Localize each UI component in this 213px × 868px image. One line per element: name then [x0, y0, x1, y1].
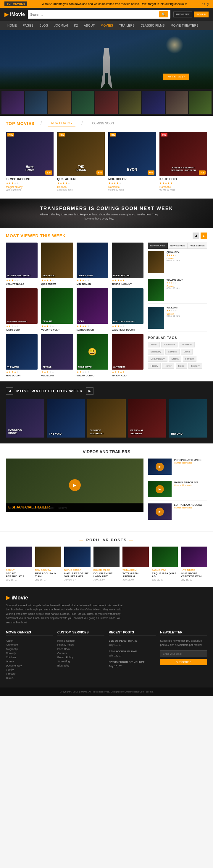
tag-mystery[interactable]: Mystery: [188, 363, 202, 369]
footer-link-return[interactable]: Return Policy: [57, 655, 104, 659]
tag-fantasy[interactable]: Fantasy: [183, 356, 196, 362]
register-button[interactable]: REGISTER: [174, 11, 192, 18]
tag-drama[interactable]: Drama: [169, 356, 181, 362]
tab-new-movies[interactable]: NEW MOVIES: [148, 243, 168, 249]
tab-now-playing[interactable]: NOW PLAYING: [48, 120, 75, 126]
strip-item-7[interactable]: [142, 91, 164, 114]
tab-full-series[interactable]: FULL SERIES: [187, 243, 207, 249]
movie-card-1[interactable]: PRE HarryPotter 5.5 TEMPO INCOUNT ★★★★★ …: [6, 132, 54, 193]
tag-biography[interactable]: Biography: [148, 349, 164, 354]
viewed-card-12[interactable]: OUTRIDERS ★★★★★ MAJOR ALIO: [112, 334, 143, 377]
footer-link-help[interactable]: Help & Contact: [57, 639, 104, 643]
strip-item-2[interactable]: [25, 91, 47, 114]
tab-coming-soon[interactable]: COMING SOON: [88, 121, 117, 126]
video-main-thumb[interactable]: The Shack (2017) Movie Official Trailer …: [6, 459, 143, 512]
tag-horror[interactable]: Horror: [162, 363, 174, 369]
watched-item-2[interactable]: THE VOID: [47, 399, 85, 438]
movie-card-2[interactable]: PRE THESHACK 5.8 QUIS AUTEM ★★★★★ Cartoo…: [57, 132, 105, 193]
nav-trailers[interactable]: TRAILERS: [116, 21, 138, 30]
footer-link-fantasy[interactable]: Fantasy: [6, 672, 53, 676]
viewed-card-9[interactable]: THE WITCH ★★★★★ MOE DOLOR: [6, 334, 37, 377]
pp-item-4[interactable]: DOLOR ENISIE DOLOR ENISIE LADD ARIT July…: [94, 547, 120, 581]
tag-music[interactable]: Music: [176, 363, 187, 369]
tag-documentary[interactable]: Documentary: [148, 356, 167, 362]
vid-thumb-3[interactable]: ▶: [148, 503, 171, 520]
social-facebook[interactable]: f: [202, 2, 203, 6]
strip-item-6[interactable]: [118, 91, 141, 114]
footer-link-feedback[interactable]: Feed Back: [57, 647, 104, 651]
subscribe-button[interactable]: SUBSCRIBE: [160, 659, 207, 665]
viewed-card-5[interactable]: PERSONAL SHOPPER ★★★★★ IUSTO ODIO: [6, 288, 37, 331]
search-button[interactable]: 🔍: [159, 11, 168, 18]
watched-item-4[interactable]: PERSONALSHOPPER: [128, 399, 166, 438]
nav-next[interactable]: ▶: [201, 232, 207, 239]
tab-new-series[interactable]: NEW SERIES: [168, 243, 188, 249]
watched-item-3[interactable]: BUS RIDEMAL HEART: [87, 399, 126, 438]
footer-link-biography[interactable]: Biography: [6, 647, 53, 651]
strip-item-9[interactable]: [189, 91, 212, 114]
tag-action[interactable]: Action: [148, 342, 160, 347]
pp-item-2[interactable]: REM ACCUSA REM ACCUSA IN TIAM July 16, 0…: [35, 547, 61, 581]
viewed-card-4[interactable]: HARRY POTTER ★★★★★ TEMPO INCOUNT: [112, 243, 143, 285]
footer-link-circus[interactable]: Circus: [6, 676, 53, 680]
footer-link-children[interactable]: Children: [6, 655, 53, 659]
play-button[interactable]: ▶: [69, 479, 81, 491]
social-twitter[interactable]: t: [205, 2, 205, 6]
nav-movies[interactable]: MOVIES: [98, 21, 116, 30]
viewed-card-1[interactable]: BUSTER'S MAL HEART ★★★★★ VOLUPT NULLA: [6, 243, 37, 285]
nav-joomla[interactable]: JOOMLA!: [51, 21, 71, 30]
movie-card-4[interactable]: PRE KRISTEN STEWARTPERSONAL SHOPPER 7.2 …: [159, 132, 207, 193]
footer-post-link-1[interactable]: SED UT PERSPICIATIS: [109, 639, 156, 643]
strip-item-3[interactable]: [48, 91, 71, 114]
strip-item-8[interactable]: [166, 91, 188, 114]
viewed-card-2[interactable]: THE SHACK ★★★★★ QUIS AUTEM: [41, 243, 73, 285]
pp-item-5[interactable]: TOTAM REM TOTAM REM APERIAM July 16, 07: [123, 547, 149, 581]
nav-blog[interactable]: BLOG: [36, 21, 51, 30]
footer-link-family[interactable]: Family: [6, 668, 53, 672]
vid-play-1[interactable]: ▶: [156, 463, 164, 471]
viewed-card-8[interactable]: BEAUTY AND THE BEAST ★★★★★ LABORE ET DOL…: [112, 288, 143, 331]
nav-theaters[interactable]: MOVIE THEATERS: [168, 21, 202, 30]
search-input[interactable]: [30, 13, 159, 16]
watched-item-1[interactable]: HACKSAWRIDGE: [6, 399, 44, 438]
footer-post-link-3[interactable]: NATUS ERROR SIT VOLUPT: [109, 660, 156, 664]
pp-item-1[interactable]: SED UT SED UT PERSPICIATIS July 16, 07: [6, 547, 32, 581]
vid-play-2[interactable]: ▶: [156, 485, 164, 493]
pp-item-7[interactable]: INVE NTORE INVE NTORE VERITATIS ETIM Jul…: [181, 547, 207, 581]
footer-link-adventure[interactable]: Adventure: [6, 643, 53, 647]
footer-link-bio[interactable]: Biography: [57, 663, 104, 668]
footer-link-careers[interactable]: Careers: [57, 651, 104, 655]
nav-k2[interactable]: K2: [71, 21, 81, 30]
watched-prev[interactable]: ◀: [6, 387, 13, 395]
side-movie-2[interactable]: VOLUPTE VELIT ★★★★★ Cartoon 02 hrs 20 mi…: [148, 279, 207, 304]
pp-item-6[interactable]: EAQUE IPSA EAQUE IPSA QUAE AB July 16, 0…: [152, 547, 178, 581]
pp-item-3[interactable]: NATUS ERROR NATUS ERROR SIT VOLUPT AMET …: [64, 547, 90, 581]
nav-about[interactable]: ABOUT: [81, 21, 98, 30]
strip-item-1[interactable]: [1, 91, 24, 114]
newsletter-email-input[interactable]: [160, 650, 207, 657]
tag-animation[interactable]: Animation: [179, 342, 195, 347]
nav-classic[interactable]: CLASSIC FILMS: [138, 21, 168, 30]
nav-home[interactable]: HOME: [4, 21, 20, 30]
tag-comedy[interactable]: Comedy: [165, 349, 180, 354]
viewed-card-7[interactable]: GOLD ★★★★★ NATRUM DVER: [77, 288, 108, 331]
strip-item-4[interactable]: [72, 91, 95, 114]
vid-play-3[interactable]: ▶: [156, 507, 164, 516]
strip-item-5[interactable]: [95, 91, 118, 114]
footer-post-link-2[interactable]: REM ACCUSA IN TIAM: [109, 649, 156, 653]
vid-thumb-1[interactable]: ▶: [148, 459, 171, 475]
side-movie-1[interactable]: QUIS AUTEM ★★★★★ Cartoon 02 hrs 20 mins: [148, 251, 207, 276]
viewed-card-11[interactable]: 😀 EMOJI MOVIE ★★★★★ VOLAM CORPO: [77, 334, 108, 377]
viewed-card-3[interactable]: LIVE BY NIGHT ★★★★★ MINI NEMAN: [77, 243, 108, 285]
footer-link-comedy[interactable]: Comedy: [6, 651, 53, 655]
nav-pages[interactable]: PAGES: [20, 21, 36, 30]
footer-link-action[interactable]: Action: [6, 639, 53, 643]
movie-card-3[interactable]: PRE EYON 6.0 MOE DOLOR ★★★★★ Romantic 02…: [108, 132, 156, 193]
footer-link-privacy[interactable]: Privacy Policy: [57, 643, 104, 647]
tag-history[interactable]: History: [148, 363, 161, 369]
vid-thumb-2[interactable]: ▶: [148, 481, 171, 497]
footer-link-drama[interactable]: Drama: [6, 659, 53, 663]
viewed-card-10[interactable]: BEYOND ★★★★★ VEL ILLUM: [41, 334, 73, 377]
watched-item-5[interactable]: BEYOND: [169, 399, 207, 438]
tag-adventure[interactable]: Adventure: [161, 342, 177, 347]
